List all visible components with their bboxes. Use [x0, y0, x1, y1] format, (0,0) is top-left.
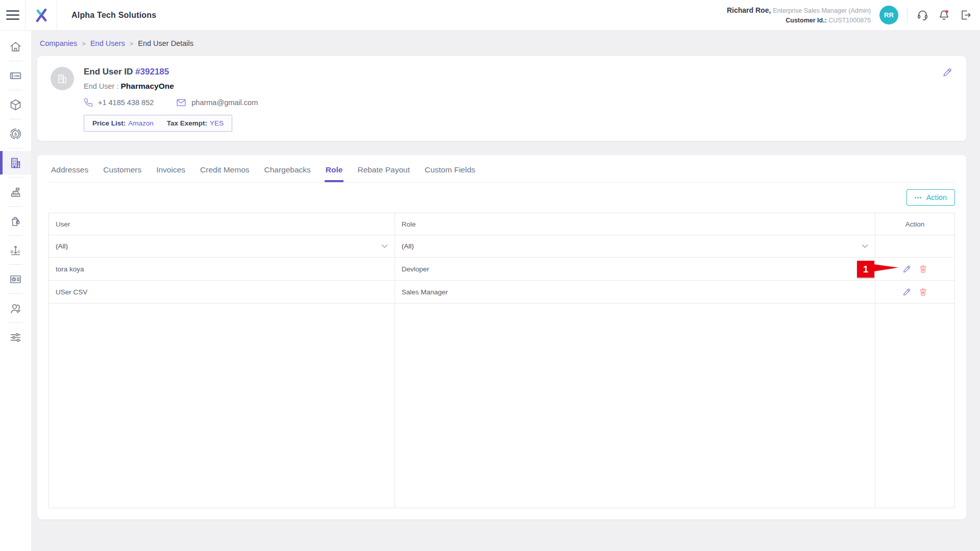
user-filter-value: (All): [56, 242, 68, 250]
edit-role-button[interactable]: [902, 264, 912, 274]
main-content: Companies > End Users > End User Details…: [31, 31, 980, 551]
notifications-button[interactable]: [938, 9, 950, 21]
delete-role-button[interactable]: [918, 264, 928, 274]
sidebar-item-purchases[interactable]: [0, 209, 31, 233]
tab-role[interactable]: Role: [326, 165, 343, 182]
filter-action-cell: [875, 235, 954, 257]
menu-toggle-button[interactable]: [0, 0, 26, 30]
svg-text:D: D: [11, 249, 14, 254]
hamburger-icon: [6, 10, 19, 20]
sidebar-item-add-user[interactable]: [0, 296, 31, 320]
tab-bar: Addresses Customers Invoices Credit Memo…: [48, 155, 955, 183]
svg-text:C: C: [17, 249, 20, 254]
breadcrumb-companies[interactable]: Companies: [40, 39, 77, 47]
sidebar-item-crm[interactable]: CRM: [0, 64, 31, 87]
row-actions-cell: [875, 281, 954, 303]
end-user-id-value[interactable]: #392185: [135, 67, 169, 77]
role-cell: Sales Manager: [395, 281, 875, 303]
companies-icon: [9, 156, 22, 170]
tab-addresses[interactable]: Addresses: [51, 165, 88, 182]
user-filter-select[interactable]: (All): [49, 235, 395, 257]
table-header-row: User Role Action: [49, 213, 954, 235]
sidebar-divider: [9, 90, 22, 90]
end-user-name-value: PharmacyOne: [121, 82, 174, 90]
avatar[interactable]: RR: [879, 6, 898, 24]
sidebar-item-reports[interactable]: [0, 267, 31, 291]
sidebar-item-preferences[interactable]: [0, 325, 31, 349]
edit-role-button[interactable]: [902, 287, 912, 297]
breadcrumb-separator: >: [82, 40, 86, 47]
delete-role-button[interactable]: [918, 287, 928, 297]
app-logo[interactable]: [26, 0, 57, 30]
add-user-icon: [9, 302, 22, 315]
app-title: Alpha Tech Solutions: [71, 11, 156, 20]
tab-rebate-payout[interactable]: Rebate Payout: [357, 165, 410, 182]
end-user-name-label: End User :: [84, 82, 119, 90]
end-user-details: End User ID #392185 End User : PharmacyO…: [84, 67, 258, 130]
headset-icon: [916, 9, 929, 21]
customer-id-label: Customer Id.:: [786, 17, 827, 24]
mail-icon: [176, 97, 186, 108]
pencil-icon: [942, 67, 953, 78]
edit-end-user-button[interactable]: [942, 67, 953, 80]
customer-id-value: CUST1000875: [828, 17, 871, 24]
sidebar-item-billing[interactable]: [0, 180, 31, 204]
sidebar-item-companies[interactable]: [0, 151, 31, 174]
user-role: Enterprise Sales Manager (Admin): [773, 7, 871, 14]
reports-icon: [9, 272, 22, 286]
sidebar-divider: [9, 148, 22, 148]
building-icon: [56, 72, 68, 85]
sidebar-divider: [9, 235, 22, 236]
phone-number: +1 4185 438 852: [98, 98, 154, 107]
notification-dot: [945, 10, 948, 13]
role-filter-value: (All): [402, 242, 414, 250]
pencil-icon: [902, 264, 912, 274]
breadcrumb-current: End User Details: [138, 39, 193, 47]
header-divider: [907, 8, 908, 23]
company-avatar: [51, 67, 74, 90]
products-icon: [9, 98, 22, 112]
user-cell: USer CSV: [49, 281, 395, 303]
tab-chargebacks[interactable]: Chargebacks: [264, 165, 311, 182]
table-empty-area: [49, 304, 954, 508]
sidebar-divider: [9, 119, 22, 119]
crm-icon: CRM: [9, 69, 22, 83]
sidebar-divider: [9, 177, 22, 178]
action-menu-button[interactable]: ••• Action: [906, 189, 955, 206]
sidebar-item-products[interactable]: [0, 93, 31, 116]
sidebar-item-ledger[interactable]: D C: [0, 238, 31, 262]
end-user-tabs-card: Addresses Customers Invoices Credit Memo…: [37, 155, 966, 519]
annotation-step-badge: 1: [857, 261, 874, 278]
action-button-label: Action: [926, 193, 947, 202]
svg-text:$: $: [14, 131, 17, 136]
sidebar-divider: [9, 293, 22, 294]
pencil-icon: [902, 287, 912, 297]
toolbar: ••• Action: [48, 183, 955, 213]
roles-table: User Role Action (All) (All) tora koya D…: [48, 213, 955, 508]
payments-icon: $: [9, 127, 22, 141]
tab-customers[interactable]: Customers: [103, 165, 141, 182]
trash-icon: [918, 264, 928, 274]
header-actions: Richard Roe, Enterprise Sales Manager (A…: [727, 5, 980, 26]
table-row: tora koya Devloper 1: [49, 258, 954, 281]
ledger-icon: D C: [9, 243, 22, 257]
tab-invoices[interactable]: Invoices: [156, 165, 185, 182]
home-icon: [9, 40, 22, 54]
support-button[interactable]: [916, 9, 929, 21]
tab-credit-memos[interactable]: Credit Memos: [200, 165, 249, 182]
role-cell: Devloper: [395, 258, 875, 280]
sidebar-item-home[interactable]: [0, 35, 31, 58]
column-header-user: User: [49, 213, 395, 235]
user-cell: tora koya: [49, 258, 395, 280]
logout-button[interactable]: [959, 9, 972, 21]
price-list-label: Price List:: [92, 119, 126, 127]
column-header-action: Action: [875, 213, 954, 235]
tax-exempt-value: YES: [210, 119, 224, 127]
table-filter-row: (All) (All): [49, 235, 954, 258]
top-bar: Alpha Tech Solutions Richard Roe, Enterp…: [0, 0, 980, 31]
role-filter-select[interactable]: (All): [395, 235, 875, 257]
table-row: USer CSV Sales Manager: [49, 281, 954, 304]
tab-custom-fields[interactable]: Custom Fields: [425, 165, 475, 182]
sidebar-item-payments[interactable]: $: [0, 122, 31, 145]
breadcrumb-end-users[interactable]: End Users: [90, 39, 125, 47]
